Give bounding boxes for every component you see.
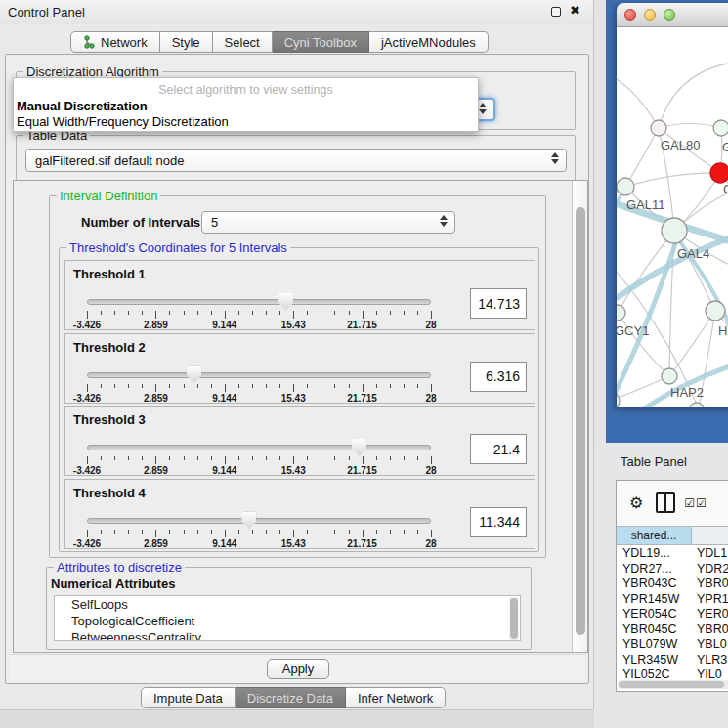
threshold-panel: Threshold 1-3.4262.8599.14415.4321.71528… [64, 260, 535, 330]
tab-jactivemnodules[interactable]: jActiveMNodules [369, 31, 489, 53]
numerical-attributes-list[interactable]: SelfLoopsTopologicalCoefficientBetweenne… [54, 595, 521, 641]
scrollbar-thumb[interactable] [510, 598, 518, 639]
network-canvas[interactable]: GAL80GACGAL11GAL4GCY1HHAP2 [617, 27, 728, 407]
algorithm-menu-item[interactable]: Manual Discretization [17, 99, 148, 113]
gear-icon[interactable]: ⚙ [629, 493, 643, 512]
split-column-icon[interactable] [656, 492, 675, 513]
threshold-label: Threshold 3 [73, 412, 146, 427]
threshold-value-field[interactable]: 6.316 [470, 362, 527, 392]
cyni-toolbox-panel: Discretization Algorithm Select algorith… [5, 54, 589, 684]
table-row[interactable]: YBL079WYBL0 [617, 637, 728, 653]
network-node-h[interactable] [706, 301, 725, 321]
attribute-list-item[interactable]: BetweennessCentrality [55, 629, 520, 641]
network-node-ga[interactable] [713, 120, 728, 136]
table-row[interactable]: YER054CYER0 [617, 607, 728, 622]
table-row[interactable]: YBR045CYBR0 [617, 622, 728, 638]
network-edge[interactable] [625, 128, 659, 187]
vertical-scrollbar[interactable] [572, 181, 587, 652]
network-edge[interactable] [617, 71, 659, 128]
tab-style[interactable]: Style [160, 31, 213, 53]
table-body: YDL19...YDL1YDR27...YDR2YBR043CYBR0YPR14… [617, 546, 728, 683]
cell-shared-name: YBL079W [617, 637, 692, 653]
network-node-gal4[interactable] [662, 218, 687, 243]
table-toolbar: ⚙ ☑☑ [617, 481, 728, 525]
top-tab-bar: NetworkStyleSelectCyni ToolboxjActiveMNo… [70, 31, 489, 53]
table-data-combobox[interactable]: galFiltered.sif default node [25, 149, 567, 172]
list-scrollbar[interactable] [509, 597, 519, 640]
cytoscape-desktop: GAL80GACGAL11GAL4GCY1HHAP2 [606, 0, 728, 443]
node-label: H [718, 323, 727, 338]
threshold-label: Threshold 4 [73, 486, 146, 500]
slider-thumb[interactable] [352, 439, 366, 456]
threshold-value-field[interactable]: 14.713 [470, 288, 527, 319]
tab-select[interactable]: Select [213, 31, 273, 53]
cell-name: YBR0 [692, 622, 728, 638]
tick-label: 21.715 [347, 320, 377, 330]
threshold-slider[interactable]: -3.4262.8599.14415.4321.71528 [87, 438, 431, 475]
network-node-gal11[interactable] [617, 178, 634, 195]
table-panel-title: Table Panel [621, 454, 687, 469]
horizontal-scrollbar[interactable] [618, 680, 728, 689]
tick-label: 9.144 [212, 465, 236, 476]
minimize-button[interactable] [644, 9, 656, 21]
table-data-group: Table Data galFiltered.sif default node [16, 135, 576, 181]
network-node-gal80[interactable] [651, 120, 666, 136]
apply-button[interactable]: Apply [267, 659, 329, 679]
spinner-arrows-icon [440, 215, 448, 227]
slider-tick-labels: -3.4262.8599.14415.4321.71528 [87, 393, 431, 404]
float-panel-icon[interactable] [551, 7, 561, 17]
algorithm-menu-item[interactable]: Equal Width/Frequency Discretization [17, 114, 229, 129]
table-row[interactable]: YDR27...YDR2 [617, 562, 728, 578]
threshold-panel: Threshold 3-3.4262.8599.14415.4321.71528… [64, 406, 535, 476]
network-node-hap2[interactable] [662, 368, 677, 384]
tab-infer-network[interactable]: Infer Network [346, 687, 446, 708]
tab-label: Style [172, 35, 200, 50]
zoom-button[interactable] [664, 9, 675, 21]
tab-network[interactable]: Network [70, 31, 160, 53]
network-edge[interactable] [625, 173, 720, 187]
network-edge[interactable] [659, 124, 721, 129]
network-node[interactable] [617, 392, 620, 407]
node-label: C [723, 182, 728, 196]
scrollbar-thumb[interactable] [619, 681, 724, 688]
tick-label: 2.859 [144, 393, 168, 404]
network-node[interactable] [689, 403, 705, 407]
attributes-to-discretize-group: Attributes to discretize Numerical Attri… [46, 567, 532, 650]
column-header[interactable]: shared... [617, 527, 692, 544]
threshold-value-field[interactable]: 11.344 [470, 507, 527, 537]
threshold-slider[interactable]: -3.4262.8599.14415.4321.71528 [87, 365, 431, 403]
number-of-intervals-combobox[interactable]: 5 [201, 211, 455, 234]
slider-track [87, 299, 431, 305]
close-panel-icon[interactable]: ✖ [570, 3, 580, 18]
threshold-slider[interactable]: -3.4262.8599.14415.4321.71528 [87, 511, 431, 548]
tab-discretize-data[interactable]: Discretize Data [236, 687, 346, 708]
cell-shared-name: YDL19... [617, 546, 692, 562]
slider-thumb[interactable] [241, 512, 256, 530]
threshold-value-field[interactable]: 21.4 [470, 434, 527, 464]
cell-name: YDR2 [692, 562, 728, 578]
node-label: GA [722, 140, 728, 154]
column-header[interactable]: na [692, 527, 728, 544]
network-node-gcy1[interactable] [617, 305, 625, 321]
cell-name: YER0 [692, 607, 728, 622]
network-edge[interactable] [659, 62, 728, 128]
checkbox-icons[interactable]: ☑☑ [684, 496, 707, 510]
network-node-c[interactable] [710, 163, 728, 183]
table-row[interactable]: YDL19...YDL1 [617, 546, 728, 562]
scrollbar-thumb[interactable] [576, 207, 585, 635]
tab-impute-data[interactable]: Impute Data [141, 687, 236, 708]
tab-cyni-toolbox[interactable]: Cyni Toolbox [273, 31, 369, 53]
table-row[interactable]: YBR043CYBR0 [617, 577, 728, 592]
table-row[interactable]: YPR145WYPR1 [617, 592, 728, 608]
table-panel-region: Table Panel ⚙ ☑☑ shared... na YDL19...YD… [594, 443, 728, 728]
attribute-list-item[interactable]: TopologicalCoefficient [55, 613, 520, 629]
table-row[interactable]: YLR345WYLR3 [617, 653, 728, 668]
network-edge[interactable] [669, 311, 715, 376]
tick-label: 2.859 [144, 465, 168, 476]
slider-thumb[interactable] [187, 366, 201, 384]
slider-thumb[interactable] [278, 293, 293, 311]
close-button[interactable] [624, 9, 636, 21]
threshold-slider[interactable]: -3.4262.8599.14415.4321.71528 [87, 292, 431, 329]
slider-tick-labels: -3.4262.8599.14415.4321.71528 [87, 320, 431, 330]
attribute-list-item[interactable]: SelfLoops [55, 596, 520, 613]
